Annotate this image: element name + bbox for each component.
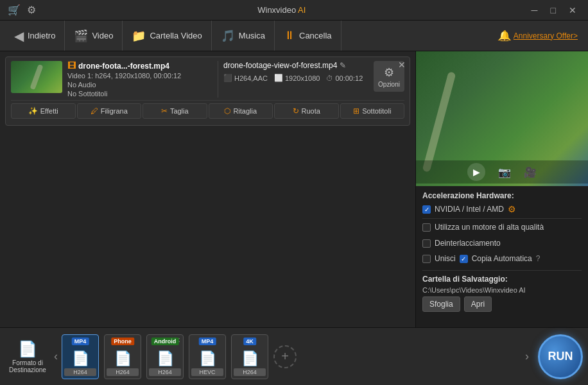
run-button[interactable]: RUN	[538, 334, 583, 379]
bell-icon: 🔔	[498, 30, 511, 42]
video-info: Video 1: h264, 1920x1080, 00:00:12	[67, 72, 212, 80]
nvidia-label: NVIDIA / Intel / AMD	[435, 205, 504, 214]
file-card: ✕ 🎞 drone-foota...-forest.mp4 Video 1: h…	[5, 56, 410, 126]
doc-icon-4: 📄	[199, 350, 216, 367]
codec-icon: ⬛	[223, 74, 232, 82]
effetti-label: Effetti	[40, 107, 58, 115]
format-card-4k-h264[interactable]: 4K 📄 H264	[231, 334, 268, 379]
format-card-phone-h264[interactable]: Phone 📄 H264	[104, 334, 141, 379]
music-button[interactable]: 🎵 Musica	[212, 21, 275, 51]
window-controls: ─ □ ✕	[528, 4, 580, 17]
unisci-checkbox[interactable]	[422, 255, 431, 263]
no-audio: No Audio	[67, 81, 212, 89]
title-bar: 🛒 ⚙ Winxvideo AI ─ □ ✕	[0, 0, 588, 21]
next-format-button[interactable]: ›	[521, 347, 533, 366]
ruota-button[interactable]: ↻ Ruota	[274, 103, 339, 119]
copy-auto-checkbox[interactable]: ✓	[460, 255, 468, 263]
app-title: Winxvideo AI	[36, 5, 528, 15]
nvidia-checkbox[interactable]: ✓	[422, 205, 431, 214]
camera-icon[interactable]: 📷	[498, 166, 511, 178]
ritaglia-button[interactable]: ⬡ Ritaglia	[209, 103, 273, 119]
prev-format-button[interactable]: ‹	[50, 347, 62, 366]
deinterlace-checkbox[interactable]	[422, 239, 431, 248]
quality-cb-row: Utilizza un motore di alta qualità	[422, 223, 544, 232]
doc-icon-3: 📄	[157, 350, 174, 367]
preview-area: ▶ 📷 🎥	[416, 51, 588, 186]
back-icon: ◀	[14, 28, 24, 44]
settings-icon[interactable]: ⚙	[27, 4, 36, 16]
cancel-button[interactable]: ⏸ Cancella	[275, 21, 342, 51]
filigrana-button[interactable]: 🖊 Filigrana	[77, 103, 142, 119]
h264-sub-5: H264	[234, 368, 266, 376]
file-output: drone-footage-view-of-forest.mp4 ✎ ⬛ H26…	[218, 61, 368, 98]
play-button[interactable]: ▶	[467, 163, 485, 181]
back-label: Indietro	[28, 31, 55, 40]
folder-section: Cartella di Salvataggio: C:\Users\pc\Vid…	[422, 275, 582, 312]
edit-toolbar: ✨ Effetti 🖊 Filigrana ✂ Taglia ⬡ Ritagli…	[11, 100, 404, 121]
cancel-label: Cancella	[299, 31, 332, 40]
file-card-close-button[interactable]: ✕	[398, 60, 406, 70]
format-dest-section: 📄 Formato diDestinazione	[5, 338, 50, 376]
hw-accel-title: Accelerazione Hardware:	[422, 191, 582, 200]
h264-sub-3: H264	[149, 368, 181, 376]
anniversary-offer-link[interactable]: 🔔 Anniversary Offer>	[498, 30, 583, 42]
filigrana-label: Filigrana	[101, 107, 128, 115]
file-card-top: 🎞 drone-foota...-forest.mp4 Video 1: h26…	[11, 61, 404, 98]
resolution-spec: ⬜ 1920x1080	[274, 74, 320, 82]
format-card-mp4-h264[interactable]: MP4 📄 H264	[62, 334, 99, 379]
thumb-preview	[11, 61, 62, 93]
back-button[interactable]: ◀ Indietro	[5, 21, 65, 51]
left-panel: ✕ 🎞 drone-foota...-forest.mp4 Video 1: h…	[0, 51, 416, 327]
effetti-button[interactable]: ✨ Effetti	[11, 103, 76, 119]
folder-section-title: Cartella di Salvataggio:	[422, 275, 582, 284]
deinterlace-label: Deinterlacciamento	[435, 239, 501, 248]
maximize-button[interactable]: □	[547, 4, 560, 17]
separator2	[422, 270, 582, 271]
phone-badge: Phone	[111, 338, 134, 345]
quality-checkbox[interactable]	[422, 223, 431, 232]
doc-icon-1: 📄	[72, 350, 89, 367]
main-toolbar: ◀ Indietro 🎬 Video 📁 Cartella Video 🎵 Mu…	[0, 21, 588, 51]
sottotitoli-label: Sottotitoli	[362, 107, 391, 115]
gear-icon: ⚙	[384, 65, 394, 80]
output-name-text: drone-footage-view-of-forest.mp4	[223, 61, 337, 70]
add-format-button[interactable]: +	[273, 345, 297, 368]
minimize-button[interactable]: ─	[528, 4, 542, 17]
settings-panel: Accelerazione Hardware: ✓ NVIDIA / Intel…	[416, 186, 588, 327]
folder-buttons: Sfoglia Apri	[422, 296, 582, 312]
format-card-mp4-hevc[interactable]: MP4 📄 HEVC	[189, 334, 226, 379]
copy-auto-cb-row: ✓ Copia Automatica ?	[460, 254, 540, 263]
bottom-bar: 📄 Formato diDestinazione ‹ MP4 📄 H264 Ph…	[0, 327, 588, 385]
quality-row: Utilizza un motore di alta qualità Deint…	[422, 223, 582, 251]
output-specs: ⬛ H264,AAC ⬜ 1920x1080 ⏱ 00:00:12	[223, 74, 368, 82]
music-label: Musica	[239, 31, 265, 40]
unisci-row: Unisci ✓ Copia Automatica ?	[422, 254, 582, 266]
video-record-icon[interactable]: 🎥	[524, 166, 537, 178]
main-area: ✕ 🎞 drone-foota...-forest.mp4 Video 1: h…	[0, 51, 588, 327]
doc-icon-5: 📄	[241, 350, 259, 367]
folder-video-button[interactable]: 📁 Cartella Video	[123, 21, 211, 51]
right-panel: ▶ 📷 🎥 Accelerazione Hardware: ✓ NVIDIA /…	[416, 51, 588, 327]
sfoglia-button[interactable]: Sfoglia	[422, 296, 460, 312]
nvidia-settings-icon[interactable]: ⚙	[508, 204, 516, 214]
mp4-badge-2: MP4	[199, 338, 216, 345]
effetti-icon: ✨	[28, 107, 38, 116]
subtitle-icon: ⊞	[353, 107, 359, 116]
folder-label: Cartella Video	[150, 31, 202, 40]
nvidia-row: ✓ NVIDIA / Intel / AMD ⚙	[422, 204, 582, 214]
cart-icon[interactable]: 🛒	[8, 4, 21, 16]
copy-auto-help-icon[interactable]: ?	[536, 254, 540, 263]
sottotitoli-button[interactable]: ⊞ Sottotitoli	[340, 103, 405, 119]
h264-sub-2: H264	[107, 368, 139, 376]
preview-road	[422, 71, 456, 173]
music-icon: 🎵	[221, 29, 235, 43]
close-button[interactable]: ✕	[565, 4, 580, 17]
apri-button[interactable]: Apri	[464, 296, 492, 312]
folder-icon: 📁	[132, 29, 146, 43]
edit-filename-icon[interactable]: ✎	[340, 61, 346, 70]
video-button[interactable]: 🎬 Video	[65, 21, 123, 51]
clock-icon: ⏱	[326, 74, 333, 82]
format-card-android-h264[interactable]: ✕ Android 📄 H264	[146, 334, 184, 379]
preview-controls: ▶ 📷 🎥	[416, 160, 588, 184]
taglia-button[interactable]: ✂ Taglia	[143, 103, 207, 119]
